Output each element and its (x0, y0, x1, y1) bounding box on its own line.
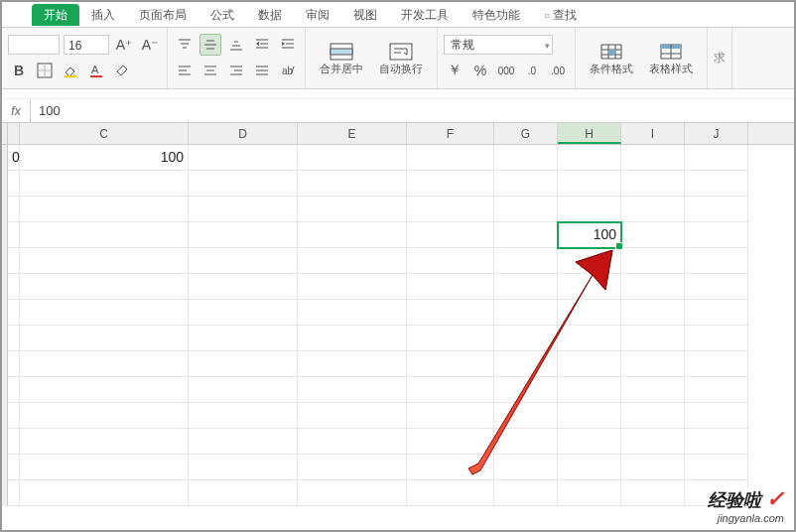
cell[interactable] (621, 300, 685, 326)
cell[interactable] (189, 377, 298, 403)
cell[interactable] (621, 429, 685, 455)
cell[interactable] (298, 145, 407, 171)
thousands-icon[interactable]: 000 (495, 60, 517, 81)
cell[interactable] (558, 171, 621, 197)
bold-icon[interactable]: B (8, 60, 30, 81)
cell[interactable] (621, 403, 685, 429)
cell[interactable] (685, 145, 748, 171)
cell[interactable] (494, 455, 558, 480)
cell[interactable] (298, 171, 407, 197)
col-header-i[interactable]: I (621, 123, 685, 144)
cell[interactable] (621, 351, 685, 377)
align-middle-icon[interactable] (199, 34, 221, 56)
cell[interactable] (8, 326, 20, 351)
cell[interactable] (558, 429, 621, 455)
cell[interactable] (189, 197, 298, 222)
cell[interactable] (20, 480, 189, 506)
cell[interactable] (20, 429, 189, 455)
cell[interactable] (494, 377, 558, 403)
cell[interactable] (621, 480, 685, 506)
cell[interactable] (8, 171, 20, 197)
grid[interactable]: 0100100 (2, 145, 794, 506)
cell[interactable] (558, 455, 621, 480)
cell[interactable] (621, 455, 685, 480)
cell[interactable] (685, 197, 748, 222)
tab-data[interactable]: 数据 (246, 4, 294, 26)
indent-increase-icon[interactable] (277, 34, 299, 56)
font-family-combo[interactable] (8, 35, 60, 55)
cell[interactable] (298, 300, 407, 326)
cell[interactable] (298, 197, 407, 222)
cell[interactable] (8, 222, 20, 248)
cell[interactable] (407, 300, 494, 326)
cell[interactable] (8, 197, 20, 222)
tab-review[interactable]: 审阅 (294, 4, 341, 26)
cell[interactable] (685, 351, 748, 377)
cell[interactable] (298, 377, 407, 403)
font-size-combo[interactable]: 16 (64, 35, 109, 55)
cell[interactable] (494, 480, 558, 506)
cell[interactable] (685, 300, 748, 326)
cell[interactable] (189, 300, 298, 326)
cell[interactable] (20, 197, 189, 222)
cell[interactable] (558, 197, 621, 222)
cell[interactable] (189, 171, 298, 197)
cell[interactable] (558, 377, 621, 403)
clear-format-icon[interactable] (111, 60, 133, 81)
formula-input[interactable]: 100 (30, 99, 794, 122)
cell[interactable] (8, 480, 20, 506)
cell[interactable] (20, 300, 189, 326)
col-header-f[interactable]: F (407, 123, 494, 144)
conditional-format-button[interactable]: 条件格式 (582, 32, 641, 85)
cell[interactable] (621, 145, 685, 171)
decrease-font-icon[interactable]: A⁻ (139, 34, 161, 56)
justify-icon[interactable] (251, 60, 273, 81)
tab-layout[interactable]: 页面布局 (127, 4, 199, 26)
tab-dev[interactable]: 开发工具 (389, 4, 461, 26)
cell[interactable] (558, 403, 621, 429)
cell[interactable] (685, 171, 748, 197)
cell[interactable] (8, 455, 20, 480)
cell[interactable] (685, 274, 748, 300)
align-bottom-icon[interactable] (225, 34, 247, 56)
cell[interactable] (621, 326, 685, 351)
tab-start[interactable]: 开始 (32, 4, 79, 26)
cell[interactable] (8, 429, 20, 455)
wrap-text-button[interactable]: 自动换行 (371, 32, 431, 85)
cell[interactable] (558, 326, 621, 351)
currency-icon[interactable]: ￥ (444, 60, 465, 81)
font-color-icon[interactable]: A (85, 60, 107, 81)
cell[interactable] (494, 274, 558, 300)
cell[interactable] (8, 248, 20, 274)
tab-special[interactable]: 特色功能 (461, 4, 532, 26)
cell[interactable]: 100 (558, 222, 621, 248)
orientation-icon[interactable]: ab (277, 60, 299, 81)
align-right-icon[interactable] (225, 60, 247, 81)
cell[interactable] (189, 145, 298, 171)
cell[interactable] (20, 171, 189, 197)
decrease-decimal-icon[interactable]: .00 (547, 60, 569, 81)
cell[interactable] (20, 326, 189, 351)
fx-label[interactable]: fx (2, 104, 30, 118)
cell[interactable] (494, 145, 558, 171)
cell[interactable] (685, 248, 748, 274)
cell[interactable] (298, 455, 407, 480)
cell[interactable] (189, 455, 298, 480)
cell[interactable] (407, 377, 494, 403)
cell[interactable] (685, 377, 748, 403)
col-header-partial[interactable] (8, 123, 20, 144)
cell[interactable] (494, 403, 558, 429)
tab-find[interactable]: 查找 (532, 4, 589, 26)
cell[interactable] (685, 429, 748, 455)
cell[interactable] (407, 351, 494, 377)
cell[interactable] (189, 274, 298, 300)
cell[interactable] (621, 197, 685, 222)
cell[interactable] (407, 326, 494, 351)
border-icon[interactable] (34, 60, 56, 81)
cell[interactable] (298, 274, 407, 300)
cell[interactable] (621, 248, 685, 274)
cell[interactable] (558, 300, 621, 326)
cell[interactable] (298, 351, 407, 377)
cell[interactable] (407, 171, 494, 197)
cell[interactable] (20, 351, 189, 377)
